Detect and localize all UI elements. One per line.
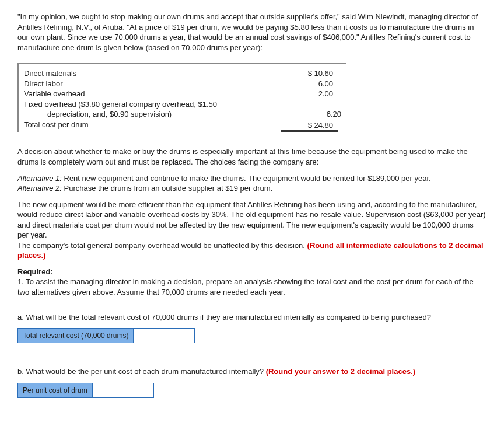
- decision-paragraph: A decision about whether to make or buy …: [18, 146, 487, 167]
- direct-materials-label: Direct materials: [19, 68, 281, 79]
- direct-labor-label: Direct labor: [19, 79, 281, 89]
- required-block: Required: 1. To assist the managing dire…: [18, 267, 487, 298]
- requirement-1: 1. To assist the managing director in ma…: [18, 277, 474, 296]
- empty-cell: [281, 99, 338, 110]
- direct-materials-value: $ 10.60: [281, 68, 338, 79]
- general-overhead-text: The company's total general company over…: [18, 241, 307, 250]
- alt2-text: Purchase the drums from an outside suppl…: [62, 184, 272, 193]
- qb-round-note: (Round your answer to 2 decimal places.): [266, 367, 415, 376]
- alternatives: Alternative 1: Rent new equipment and co…: [18, 173, 487, 194]
- alt1-label: Alternative 1:: [18, 174, 62, 183]
- answer-a-label: Total relevant cost (70,000 drums): [18, 328, 134, 343]
- variable-overhead-label: Variable overhead: [19, 89, 281, 99]
- qb-text: b. What would be the per unit cost of ea…: [18, 367, 266, 376]
- intro-paragraph: "In my opinion, we ought to stop making …: [18, 12, 487, 53]
- question-b: b. What would be the per unit cost of ea…: [18, 366, 487, 377]
- cost-table: Direct materials $ 10.60 Direct labor 6.…: [18, 63, 346, 132]
- answer-a-input[interactable]: [134, 328, 195, 343]
- answer-box-a: Total relevant cost (70,000 drums): [18, 328, 487, 343]
- required-label: Required:: [18, 267, 53, 276]
- fixed-overhead-value: 6.20: [291, 109, 346, 120]
- answer-b-input[interactable]: [93, 383, 154, 398]
- variable-overhead-value: 2.00: [281, 89, 338, 99]
- alt1-text: Rent new equipment and continue to make …: [62, 174, 431, 183]
- direct-labor-value: 6.00: [281, 79, 338, 89]
- total-cost-value: $ 24.80: [281, 120, 338, 132]
- equipment-paragraph: The new equipment would be more efficien…: [18, 200, 487, 261]
- total-cost-label: Total cost per drum: [19, 120, 281, 132]
- fixed-overhead-label-line2: depreciation, and, $0.90 supervision): [19, 109, 291, 120]
- fixed-overhead-label-line1: Fixed overhead ($3.80 general company ov…: [19, 99, 281, 110]
- question-a: a. What will be the total relevant cost …: [18, 312, 487, 323]
- answer-box-b: Per unit cost of drum: [18, 383, 487, 398]
- answer-b-label: Per unit cost of drum: [18, 383, 93, 398]
- alt2-label: Alternative 2:: [18, 184, 62, 193]
- equip-text: The new equipment would be more efficien…: [18, 200, 486, 240]
